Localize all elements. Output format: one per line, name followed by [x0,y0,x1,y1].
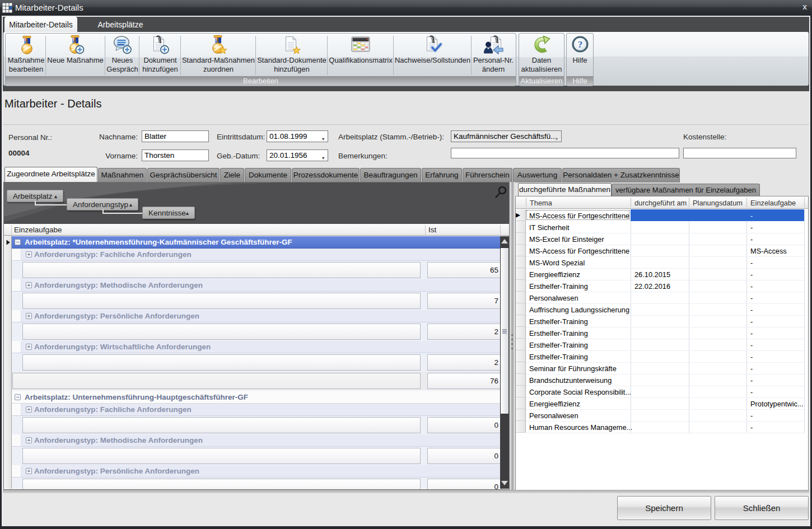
svg-text:?: ? [577,39,582,50]
